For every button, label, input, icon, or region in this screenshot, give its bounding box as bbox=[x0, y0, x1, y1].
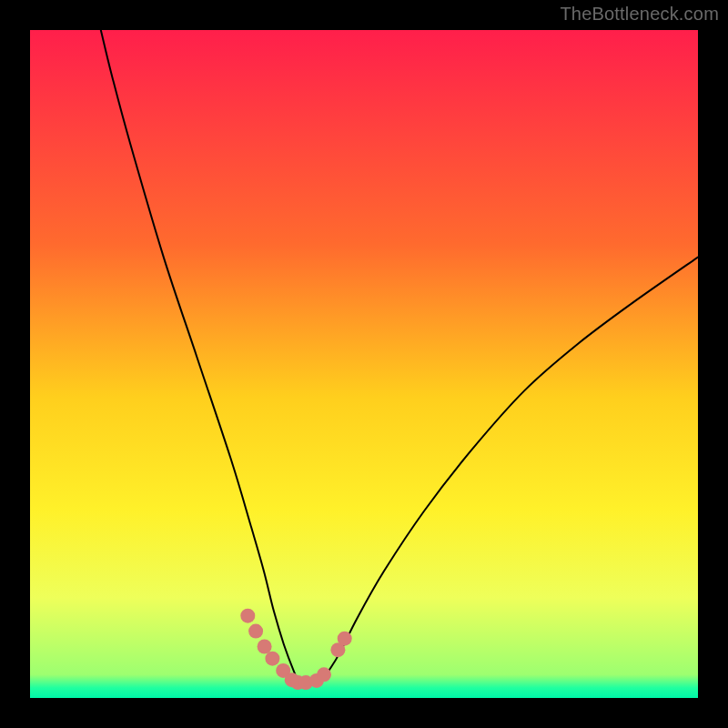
highlight-dot bbox=[265, 652, 279, 666]
chart-stage: TheBottleneck.com bbox=[0, 0, 728, 728]
highlight-dot bbox=[240, 609, 255, 623]
highlight-dot bbox=[338, 632, 352, 646]
watermark-text: TheBottleneck.com bbox=[560, 4, 719, 25]
gradient-background bbox=[30, 30, 698, 698]
chart-svg bbox=[0, 0, 728, 728]
highlight-dot bbox=[248, 624, 263, 639]
highlight-dot bbox=[258, 640, 272, 654]
highlight-dot bbox=[317, 667, 331, 682]
